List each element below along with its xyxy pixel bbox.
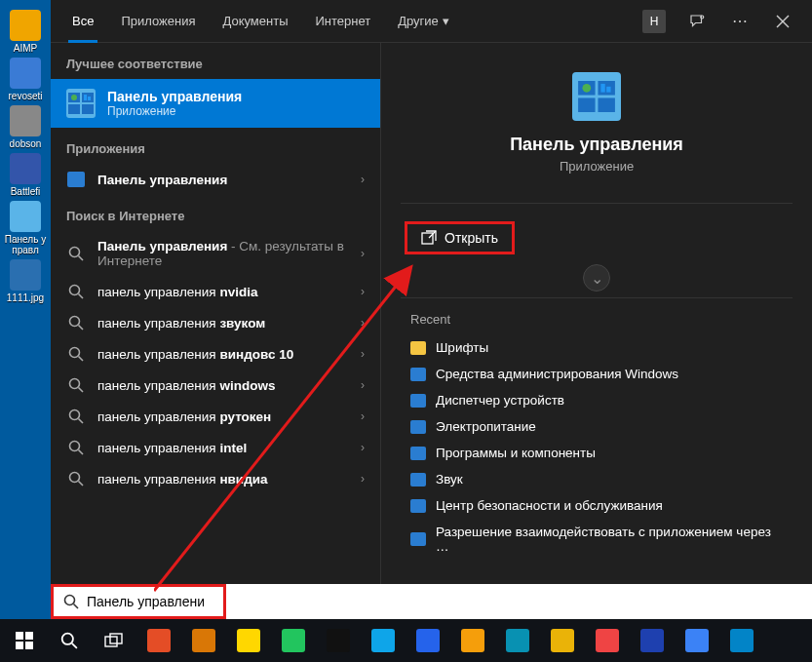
recent-item-label: Разрешение взаимодействовать с приложени…: [436, 525, 783, 554]
taskbar-app[interactable]: [316, 619, 361, 662]
account-button[interactable]: Н: [635, 2, 674, 41]
svg-point-24: [70, 473, 80, 483]
recent-item[interactable]: Программы и компоненты: [381, 440, 812, 466]
task-view-button[interactable]: [92, 619, 136, 662]
taskbar-app[interactable]: [136, 619, 181, 662]
svg-rect-38: [16, 642, 23, 649]
tab-all[interactable]: Все: [60, 0, 105, 43]
recent-item[interactable]: Центр безопасности и обслуживания: [381, 492, 812, 519]
search-icon: [66, 440, 86, 455]
app-icon: [10, 259, 41, 291]
avatar: Н: [642, 10, 666, 33]
svg-line-11: [79, 256, 84, 261]
tab-apps[interactable]: Приложения: [109, 0, 207, 43]
search-icon: [66, 346, 86, 362]
best-match-item[interactable]: Панель управления Приложение: [51, 79, 380, 128]
tab-internet[interactable]: Интернет: [303, 0, 382, 43]
taskbar-app[interactable]: [361, 619, 406, 662]
chevron-right-icon: ›: [361, 247, 365, 260]
svg-line-17: [79, 357, 84, 362]
taskbar-app[interactable]: [719, 619, 764, 662]
svg-point-34: [65, 596, 75, 605]
taskbar-app[interactable]: [406, 619, 450, 662]
desktop-icon[interactable]: dobson: [4, 105, 47, 149]
svg-rect-29: [600, 84, 604, 93]
search-taskbar-button[interactable]: [47, 619, 92, 662]
search-icon: [66, 409, 86, 424]
chevron-right-icon: ›: [361, 378, 365, 392]
desktop-icon[interactable]: 1111.jpg: [4, 259, 47, 303]
taskbar-app[interactable]: [675, 619, 719, 662]
open-button[interactable]: Открыть: [405, 221, 515, 254]
expand-button[interactable]: ⌄: [583, 264, 610, 292]
recent-item-icon: [410, 532, 426, 546]
app-icon: [10, 201, 41, 232]
result-label: панель управления виндовс 10: [97, 347, 349, 362]
tab-more[interactable]: Другие ▾: [386, 0, 461, 43]
app-title: Панель управления: [510, 135, 683, 155]
recent-item[interactable]: Электропитание: [381, 413, 812, 440]
svg-rect-9: [82, 104, 94, 114]
app-icon: [10, 10, 41, 41]
results-column: Лучшее соответствие Панель управления Пр…: [51, 43, 380, 619]
svg-line-15: [79, 326, 84, 331]
result-item-web[interactable]: панель управления звуком ›: [51, 307, 380, 338]
taskbar-app[interactable]: [540, 619, 585, 662]
close-button[interactable]: [763, 2, 802, 41]
result-item-app[interactable]: Панель управления ›: [51, 164, 380, 195]
search-input[interactable]: [87, 594, 204, 609]
start-button[interactable]: [2, 619, 47, 662]
taskbar-app[interactable]: [585, 619, 630, 662]
details-pane: Панель управления Приложение Открыть ⌄ R…: [380, 43, 812, 619]
open-label: Открыть: [445, 230, 498, 246]
recent-item-icon: [410, 394, 426, 408]
svg-rect-32: [598, 97, 614, 112]
windows-icon: [16, 632, 33, 649]
result-item-web[interactable]: панель управления рутокен ›: [51, 401, 380, 432]
svg-point-22: [70, 442, 80, 451]
recent-item[interactable]: Диспетчер устройств: [381, 387, 812, 413]
desktop-icon[interactable]: AIMP: [4, 10, 47, 54]
section-apps: Приложения: [51, 128, 380, 164]
recent-item-label: Центр безопасности и обслуживания: [436, 498, 663, 513]
search-icon: [66, 284, 86, 299]
desktop-icon[interactable]: Battlefi: [4, 153, 47, 197]
open-icon: [421, 230, 437, 246]
result-item-web[interactable]: Панель управления - См. результаты в Инт…: [51, 231, 380, 276]
recent-item[interactable]: Средства администрирования Windows: [381, 361, 812, 387]
taskbar-app[interactable]: [450, 619, 495, 662]
desktop-icon[interactable]: revoseti: [4, 58, 47, 101]
taskbar-app[interactable]: [271, 619, 316, 662]
recent-item-icon: [410, 420, 426, 434]
taskbar: [0, 619, 812, 662]
chevron-right-icon: ›: [361, 347, 365, 361]
result-item-web[interactable]: панель управления нвидиа ›: [51, 463, 380, 494]
recent-item-icon: [410, 341, 426, 355]
recent-item[interactable]: Разрешение взаимодействовать с приложени…: [381, 519, 812, 560]
svg-point-4: [71, 95, 77, 100]
recent-item-label: Шрифты: [436, 340, 488, 355]
result-item-web[interactable]: панель управления intel ›: [51, 432, 380, 463]
taskbar-app[interactable]: [630, 619, 675, 662]
tab-documents[interactable]: Документы: [211, 0, 299, 43]
taskbar-app[interactable]: [495, 619, 540, 662]
chevron-right-icon: ›: [361, 173, 365, 186]
desktop-icon-label: revoseti: [8, 91, 42, 101]
recent-item-label: Диспетчер устройств: [436, 393, 564, 408]
result-item-web[interactable]: панель управления windows ›: [51, 370, 380, 401]
svg-point-12: [70, 286, 80, 295]
svg-rect-31: [578, 97, 595, 112]
feedback-button[interactable]: [677, 2, 716, 41]
result-item-web[interactable]: панель управления nvidia ›: [51, 276, 380, 307]
recent-item[interactable]: Шрифты: [381, 334, 812, 361]
result-item-web[interactable]: панель управления виндовс 10 ›: [51, 338, 380, 370]
best-match-subtitle: Приложение: [107, 104, 242, 118]
search-box[interactable]: [51, 584, 226, 619]
desktop-icon[interactable]: Панель управл: [4, 201, 47, 255]
more-options-button[interactable]: ⋯: [720, 2, 759, 41]
recent-item-icon: [410, 368, 426, 381]
section-web: Поиск в Интернете: [51, 195, 380, 231]
taskbar-app[interactable]: [226, 619, 271, 662]
taskbar-app[interactable]: [181, 619, 226, 662]
recent-item[interactable]: Звук: [381, 466, 812, 492]
